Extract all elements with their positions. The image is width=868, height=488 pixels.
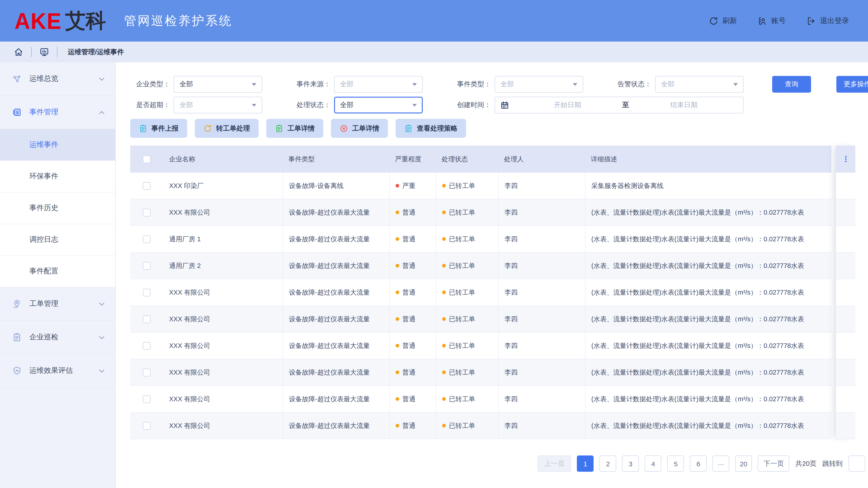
chevron-down-icon <box>98 367 106 375</box>
close-circle-icon <box>340 124 348 133</box>
workorder-detail-button[interactable]: 工单详情 <box>266 119 323 138</box>
monitor-icon[interactable] <box>39 47 49 57</box>
cell-text: 普通 <box>402 421 415 430</box>
status-dot <box>442 317 446 321</box>
filter-select-event-source[interactable]: 全部 <box>334 76 423 93</box>
sidebar-subitem-ops-event[interactable]: 运维事件 <box>0 129 115 161</box>
table-row[interactable]: XXX 印染厂设备故障-设备离线严重已转工单李四采集服务器检测设备离线 <box>130 173 831 199</box>
filter-select-alarm-status[interactable]: 全部 <box>655 76 744 93</box>
sidebar-subitem-env-event[interactable]: 环保事件 <box>0 161 115 193</box>
cell-text: 普通 <box>402 288 415 297</box>
select-all-checkbox[interactable] <box>143 155 151 163</box>
row-checkbox[interactable] <box>143 422 151 429</box>
row-actions-cell <box>836 306 855 332</box>
table-row[interactable]: XXX 有限公司设备故障-超过仪表最大流量普通已转工单李四(水表、流量计数据处理… <box>130 279 831 306</box>
page-button[interactable]: 6 <box>690 455 707 472</box>
row-checkbox[interactable] <box>143 395 151 403</box>
app-window: AKE 艾科 管网巡检养护系统 刷新账号退出登录 运维管理/运维事件 运维总览事… <box>0 0 868 488</box>
clipboard-icon <box>12 332 22 342</box>
page-button[interactable]: 20 <box>735 455 752 472</box>
row-checkbox-cell <box>130 226 163 252</box>
sidebar-item-overview[interactable]: 运维总览 <box>0 62 115 96</box>
transfer-workorder-button[interactable]: 转工单处理 <box>195 119 258 138</box>
status-dot <box>396 397 399 401</box>
sidebar-item-ops-evaluation[interactable]: 运维效果评估 <box>0 354 115 388</box>
date-range-picker[interactable]: 开始日期 至 结束日期 <box>495 97 744 113</box>
cell-text: 已转工单 <box>449 421 475 430</box>
status-dot <box>442 237 446 241</box>
table-row[interactable]: 通用厂房 2设备故障-超过仪表最大流量普通已转工单李四(水表、流量计数据处理)水… <box>130 253 831 279</box>
refresh-button[interactable]: 刷新 <box>709 16 737 26</box>
report-event-button[interactable]: 事件上报 <box>130 119 187 138</box>
caret-down-icon <box>252 104 256 106</box>
row-actions-cell <box>836 413 855 439</box>
row-checkbox[interactable] <box>143 262 151 269</box>
table-row[interactable]: XXX 有限公司设备故障-超过仪表最大流量普通已转工单李四(水表、流量计数据处理… <box>130 386 831 413</box>
workorder-detail-close-button[interactable]: 工单详情 <box>331 119 388 138</box>
next-page-button[interactable]: 下一页 <box>758 455 789 472</box>
sidebar-item-event-mgmt[interactable]: 事件管理 <box>0 96 115 129</box>
company-cell: XXX 有限公司 <box>163 199 283 225</box>
caret-down-icon <box>412 83 417 86</box>
home-icon[interactable] <box>13 47 24 57</box>
table-row[interactable]: XXX 有限公司设备故障-超过仪表最大流量普通已转工单李四(水表、流量计数据处理… <box>130 199 831 226</box>
page-button[interactable]: 3 <box>622 455 639 472</box>
sidebar-item-workorder-mgmt[interactable]: 工单管理 <box>0 287 115 321</box>
shield-icon <box>12 366 22 376</box>
row-checkbox[interactable] <box>143 342 151 350</box>
cell-text: 已转工单 <box>449 235 475 243</box>
view-strategy-button[interactable]: 查看处理策略 <box>396 119 466 138</box>
status-cell: 已转工单 <box>436 199 498 225</box>
row-checkbox[interactable] <box>143 182 151 190</box>
column-settings-button[interactable] <box>836 145 855 173</box>
page-button[interactable]: 1 <box>577 455 594 472</box>
sidebar-subitem-label: 调控日志 <box>29 235 58 245</box>
search-button[interactable]: 查询 <box>772 76 811 93</box>
row-checkbox[interactable] <box>143 208 151 216</box>
logout-button[interactable]: 退出登录 <box>807 16 849 26</box>
status-cell: 已转工单 <box>436 306 498 332</box>
sidebar-subitem-control-log[interactable]: 调控日志 <box>0 224 115 256</box>
filter-select-event-category[interactable]: 全部 <box>495 76 583 93</box>
table-row[interactable]: XXX 有限公司设备故障-超过仪表最大流量普通已转工单李四(水表、流量计数据处理… <box>130 413 831 439</box>
cell-text: 普通 <box>402 261 415 270</box>
column-header: 企业名称 <box>163 145 283 173</box>
row-checkbox[interactable] <box>143 315 151 323</box>
company-cell: XXX 印染厂 <box>163 173 283 199</box>
table-row[interactable]: XXX 有限公司设备故障-超过仪表最大流量普通已转工单李四(水表、流量计数据处理… <box>130 306 831 332</box>
page-jump-input[interactable] <box>848 455 865 472</box>
page-ellipsis-button[interactable]: ··· <box>713 455 730 472</box>
cell-text: 普通 <box>402 315 415 323</box>
account-button[interactable]: 账号 <box>758 16 786 26</box>
table-row[interactable]: XXX 有限公司设备故障-超过仪表最大流量普通已转工单李四(水表、流量计数据处理… <box>130 359 831 386</box>
page-button[interactable]: 4 <box>645 455 662 472</box>
table-row[interactable]: 通用厂房 1设备故障-超过仪表最大流量普通已转工单李四(水表、流量计数据处理)水… <box>130 226 831 253</box>
status-dot <box>442 291 446 294</box>
fixed-actions-column <box>836 145 855 439</box>
sidebar-subitem-event-history[interactable]: 事件历史 <box>0 193 115 224</box>
toolbar: 事件上报转工单处理工单详情工单详情查看处理策略 <box>130 119 868 138</box>
detail-cell: (水表、流量计数据处理)水表(流量计)最大流量是（m³/s）：0.027778水… <box>585 306 831 332</box>
event-type-cell: 设备故障-超过仪表最大流量 <box>283 413 389 439</box>
filter-row-2: 是否超期：全部处理状态：全部 创建时间： 开始日期 至 结束日期 <box>130 97 868 113</box>
table-row[interactable]: XXX 有限公司设备故障-超过仪表最大流量普通已转工单李四(水表、流量计数据处理… <box>130 332 831 359</box>
event-type-cell: 设备故障-超过仪表最大流量 <box>283 279 389 305</box>
row-checkbox[interactable] <box>143 289 151 296</box>
filter-select-enterprise-type[interactable]: 全部 <box>174 76 262 93</box>
severity-cell: 普通 <box>389 199 436 225</box>
filter-select-overdue[interactable]: 全部 <box>174 97 262 113</box>
event-type-cell: 设备故障-超过仪表最大流量 <box>283 306 389 332</box>
more-actions-button[interactable]: 更多操作 <box>836 76 868 93</box>
page-button[interactable]: 2 <box>600 455 616 472</box>
status-dot <box>442 264 446 267</box>
row-checkbox[interactable] <box>143 235 151 243</box>
row-checkbox[interactable] <box>143 368 151 376</box>
workorder-detail-close-label: 工单详情 <box>352 124 379 133</box>
sidebar-item-enterprise-inspection[interactable]: 企业巡检 <box>0 321 115 354</box>
sidebar-subitem-label: 运维事件 <box>29 140 58 150</box>
page-button[interactable]: 5 <box>668 455 684 472</box>
prev-page-button[interactable]: 上一页 <box>538 455 571 472</box>
filter-select-processing-status[interactable]: 全部 <box>334 97 423 113</box>
sidebar-subitem-event-config[interactable]: 事件配置 <box>0 256 115 287</box>
chevron-down-icon <box>98 333 106 341</box>
